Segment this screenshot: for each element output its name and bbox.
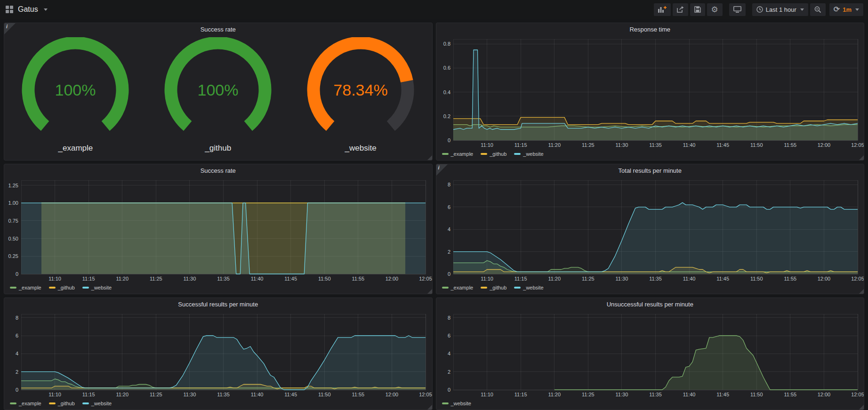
gauge-github: 100% _github <box>147 37 289 153</box>
legend-item-_example[interactable]: _example <box>442 285 474 290</box>
svg-text:12:00: 12:00 <box>817 142 830 148</box>
panel-title[interactable]: Success rate <box>4 164 432 177</box>
svg-text:11:45: 11:45 <box>716 142 729 148</box>
add-panel-button[interactable] <box>654 3 671 16</box>
svg-text:11:35: 11:35 <box>217 276 230 281</box>
svg-text:12:00: 12:00 <box>817 392 830 397</box>
svg-text:11:55: 11:55 <box>784 276 796 281</box>
gauge-arc: 100% <box>147 37 289 142</box>
legend-item-_example[interactable]: _example <box>10 401 41 406</box>
svg-text:0.75: 0.75 <box>8 218 18 224</box>
cycle-view-button[interactable] <box>729 3 746 16</box>
panel-resize-handle[interactable] <box>859 155 864 160</box>
svg-text:11:55: 11:55 <box>784 142 796 148</box>
legend-swatch <box>82 287 89 289</box>
legend-swatch <box>442 402 449 404</box>
svg-text:4: 4 <box>447 226 450 232</box>
svg-text:11:45: 11:45 <box>284 392 297 397</box>
svg-text:8: 8 <box>16 315 18 321</box>
panel-info-icon[interactable]: i <box>4 23 16 34</box>
svg-text:6: 6 <box>447 204 450 210</box>
success-rate-chart[interactable]: 11:1011:1511:2011:2511:3011:3511:4011:45… <box>4 177 432 283</box>
svg-text:11:50: 11:50 <box>750 392 763 397</box>
refresh-interval-label: 1m <box>843 6 852 13</box>
panel-resize-handle[interactable] <box>859 289 864 294</box>
gauge-arc: 100% <box>5 37 146 142</box>
legend-item-_website[interactable]: _website <box>514 285 543 290</box>
legend-label: _github <box>58 285 75 290</box>
panel-title[interactable]: Total results per minute <box>436 164 864 177</box>
dashboard-title[interactable]: Gatus <box>18 5 38 14</box>
svg-text:8: 8 <box>447 315 450 321</box>
total-results-chart[interactable]: 11:1011:1511:2011:2511:3011:3511:4011:45… <box>436 177 864 283</box>
chart-legend: _example_github_website <box>436 283 864 294</box>
svg-text:11:55: 11:55 <box>352 392 364 397</box>
legend-item-_github[interactable]: _github <box>481 285 506 290</box>
svg-text:11:10: 11:10 <box>481 276 493 281</box>
gauge-website: 78.34% _website <box>290 37 431 153</box>
share-icon <box>677 6 684 13</box>
legend-label: _website <box>91 401 112 406</box>
svg-text:4: 4 <box>447 351 450 356</box>
zoom-out-button[interactable] <box>810 3 826 16</box>
panel-response-time: Response time 11:1011:1511:2011:2511:301… <box>436 23 865 161</box>
svg-text:11:50: 11:50 <box>750 276 763 281</box>
panel-resize-handle[interactable] <box>427 289 432 294</box>
legend-label: _github <box>58 401 75 406</box>
svg-text:11:30: 11:30 <box>184 276 196 281</box>
svg-text:11:15: 11:15 <box>514 276 527 281</box>
legend-item-_website[interactable]: _website <box>82 285 112 290</box>
legend-item-_github[interactable]: _github <box>49 401 75 406</box>
settings-button[interactable]: ⚙ <box>707 3 723 16</box>
legend-swatch <box>481 153 487 155</box>
svg-text:11:55: 11:55 <box>784 392 796 397</box>
legend-label: _example <box>451 285 474 290</box>
refresh-button[interactable]: ⟳ 1m <box>829 3 863 16</box>
legend-label: _website <box>523 285 543 290</box>
svg-text:11:15: 11:15 <box>82 392 95 397</box>
chart-legend: _example_github_website <box>436 150 864 160</box>
chevron-down-icon <box>855 8 859 11</box>
legend-item-_example[interactable]: _example <box>10 285 41 290</box>
panel-resize-handle[interactable] <box>859 405 864 410</box>
successful-results-chart[interactable]: 11:1011:1511:2011:2511:3011:3511:4011:45… <box>4 310 432 399</box>
panel-resize-handle[interactable] <box>427 155 432 160</box>
panel-title[interactable]: Response time <box>436 23 864 35</box>
unsuccessful-results-chart[interactable]: 11:1011:1511:2011:2511:3011:3511:4011:45… <box>436 310 864 399</box>
panel-info-icon[interactable]: i <box>436 164 448 176</box>
svg-text:11:10: 11:10 <box>481 142 493 148</box>
legend-item-_website[interactable]: _website <box>514 151 543 157</box>
chevron-down-icon[interactable] <box>44 8 48 11</box>
legend-item-_github[interactable]: _github <box>49 285 75 290</box>
svg-text:11:50: 11:50 <box>318 276 331 281</box>
panel-title-text: Successful results per minute <box>178 301 258 308</box>
panel-total-results: i Total results per minute 11:1011:1511:… <box>436 164 865 294</box>
svg-text:2: 2 <box>447 369 450 375</box>
svg-text:11:30: 11:30 <box>615 276 628 281</box>
legend-label: _website <box>523 151 543 157</box>
time-range-button[interactable]: Last 1 hour <box>752 3 808 16</box>
share-button[interactable] <box>673 3 688 16</box>
gauge-arc: 78.34% <box>290 37 431 142</box>
panel-title-text: Unsuccessful results per minute <box>607 301 693 308</box>
panel-title[interactable]: Successful results per minute <box>4 298 432 310</box>
legend-item-_github[interactable]: _github <box>481 151 506 157</box>
panel-resize-handle[interactable] <box>427 405 432 410</box>
dashboard-grid-icon[interactable] <box>6 6 13 13</box>
legend-item-_website[interactable]: _website <box>82 401 112 406</box>
legend-item-_example[interactable]: _example <box>442 151 474 157</box>
svg-text:11:20: 11:20 <box>548 392 561 397</box>
add-panel-icon <box>658 6 667 13</box>
legend-swatch <box>49 402 56 404</box>
panel-title[interactable]: Unsuccessful results per minute <box>436 298 864 310</box>
legend-item-_website[interactable]: _website <box>442 401 471 406</box>
panel-unsuccessful-results: Unsuccessful results per minute 11:1011:… <box>436 297 865 410</box>
svg-text:12:05: 12:05 <box>851 142 864 148</box>
svg-text:0.4: 0.4 <box>443 89 450 95</box>
svg-text:11:40: 11:40 <box>251 392 264 397</box>
response-time-chart[interactable]: 11:1011:1511:2011:2511:3011:3511:4011:45… <box>436 35 864 150</box>
gauge-label: _github <box>205 144 231 153</box>
svg-text:11:25: 11:25 <box>581 392 594 397</box>
save-button[interactable] <box>690 3 705 16</box>
panel-title[interactable]: Success rate <box>4 23 432 35</box>
